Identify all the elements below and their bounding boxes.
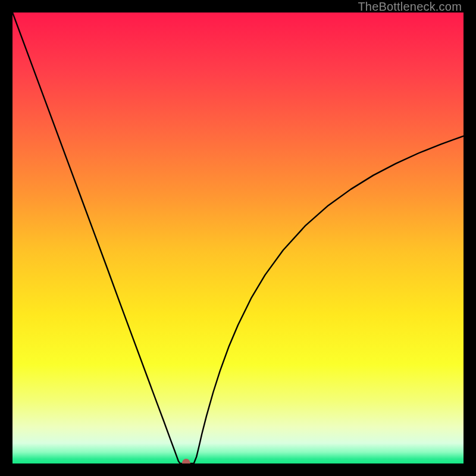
chart-frame: TheBottleneck.com [0,0,476,476]
chart-svg [12,12,464,464]
watermark-text: TheBottleneck.com [358,0,462,14]
gradient-background [12,12,464,464]
plot-area [12,12,464,464]
